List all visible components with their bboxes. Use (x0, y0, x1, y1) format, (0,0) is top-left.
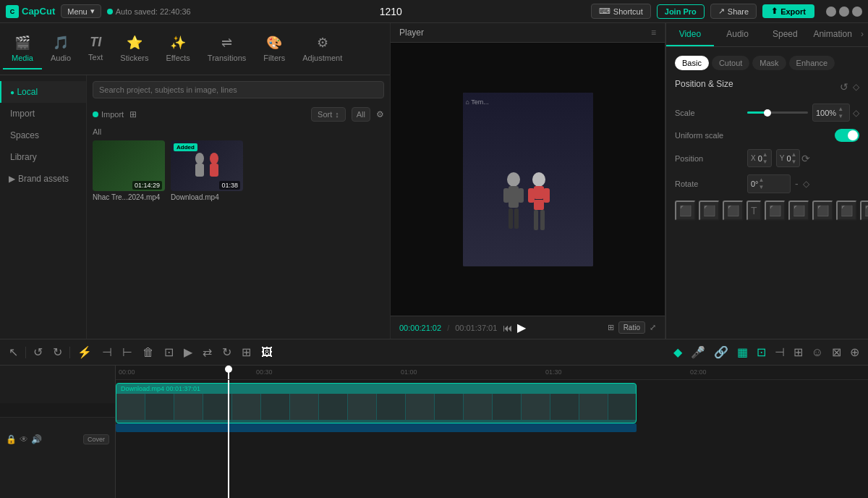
sidebar-item-local[interactable]: ● Local (0, 81, 86, 103)
tab-video[interactable]: Video (666, 23, 714, 46)
rotate-diamond-icon[interactable]: ◇ (803, 179, 809, 189)
step-back-icon[interactable]: ⏮ (503, 322, 513, 334)
tab-text[interactable]: TI Text (80, 29, 111, 69)
position-x-input[interactable]: X 0 ▲ ▼ (747, 149, 772, 167)
sidebar-item-brand-assets[interactable]: ▶ Brand assets (0, 168, 86, 190)
ratio-button[interactable]: Ratio (618, 321, 645, 334)
align-extra3-button[interactable]: ⬛ (860, 201, 868, 221)
sub-tab-mask[interactable]: Mask (752, 56, 786, 70)
maximize-button[interactable] (839, 7, 849, 17)
filter-options-icon[interactable]: ⚙ (376, 109, 384, 119)
cursor-tool-icon[interactable]: ↖ (6, 344, 21, 360)
play-icon[interactable]: ▶ (517, 321, 526, 334)
sub-tab-enhance[interactable]: Enhance (789, 56, 835, 70)
grid-view-button[interactable]: ⊞ (129, 109, 137, 119)
undo-icon[interactable]: ↺ (30, 344, 46, 360)
position-y-input[interactable]: Y 0 ▲ ▼ (776, 149, 801, 167)
sub-tab-cutout[interactable]: Cutout (712, 56, 749, 70)
import-button[interactable]: Import (93, 110, 124, 119)
mic-icon[interactable]: 🎤 (688, 344, 708, 360)
align-right-button[interactable]: ⬛ (723, 201, 744, 221)
sort-button[interactable]: Sort ↕ (311, 107, 346, 122)
crop2-icon[interactable]: ⊞ (239, 344, 254, 360)
tab-audio[interactable]: Audio (714, 23, 762, 46)
list-item[interactable]: 01:14:29 Nhac Tre...2024.mp4 (93, 140, 165, 201)
lock-icon[interactable]: 🔒 (6, 434, 17, 444)
split-icon[interactable]: ⚡ (75, 344, 95, 360)
shortcut-button[interactable]: ⌨ Shortcut (591, 4, 651, 19)
minimize-button[interactable] (826, 7, 836, 17)
sidebar-item-library[interactable]: Library (0, 146, 86, 168)
layout-icon[interactable]: ⊞ (791, 344, 806, 360)
scale-slider-thumb[interactable] (764, 109, 771, 117)
tab-media[interactable]: 🎬 Media (3, 29, 42, 69)
player-menu-icon[interactable]: ≡ (651, 28, 656, 38)
align-left-button[interactable]: ⬛ (675, 201, 696, 221)
tab-transitions[interactable]: ⇌ Transitions (199, 29, 255, 69)
search-input[interactable] (93, 81, 384, 98)
tab-adjustment[interactable]: ⚙ Adjustment (294, 29, 351, 69)
video-track-clip[interactable]: Download.mp4 00:01:37:01 (116, 383, 637, 423)
uniform-scale-toggle[interactable] (835, 129, 859, 142)
tab-filters[interactable]: 🎨 Filters (255, 29, 294, 69)
more-tabs-icon[interactable]: › (856, 23, 868, 46)
crop-icon[interactable]: ⊡ (161, 344, 176, 360)
export-button[interactable]: ⬆ Export (762, 4, 814, 18)
join-pro-button[interactable]: Join Pro (657, 4, 705, 19)
scale-slider[interactable] (747, 111, 808, 114)
play-timeline-icon[interactable]: ▶ (181, 344, 195, 360)
split2-icon[interactable]: ⊠ (829, 344, 844, 360)
sidebar-item-spaces[interactable]: Spaces (0, 124, 86, 146)
cover-button[interactable]: Cover (83, 434, 109, 444)
scale-diamond-icon[interactable]: ◇ (853, 108, 859, 118)
x-down-icon[interactable]: ▼ (762, 159, 768, 166)
rotate-down-icon[interactable]: ▼ (759, 184, 765, 191)
y-down-icon[interactable]: ▼ (791, 159, 797, 166)
tab-effects[interactable]: ✨ Effects (157, 29, 198, 69)
rotate-input[interactable]: 0° ▲ ▼ (747, 174, 791, 193)
trim-right-icon[interactable]: ⊢ (119, 344, 135, 360)
align-center-v-button[interactable]: ⬛ (765, 201, 786, 221)
scale-down-icon[interactable]: ▼ (838, 113, 843, 120)
toggle-switch[interactable] (835, 129, 859, 142)
tab-speed[interactable]: Speed (762, 23, 809, 46)
track-icon[interactable]: ▦ (734, 344, 751, 360)
mirror-icon[interactable]: ⇄ (200, 344, 215, 360)
align-bottom-button[interactable]: ⬛ (788, 201, 809, 221)
align-extra2-button[interactable]: ⬛ (836, 201, 857, 221)
link-icon[interactable]: 🔗 (711, 344, 731, 360)
zoom-in-icon[interactable]: ⊕ (847, 344, 862, 360)
position-link-icon[interactable]: ⟳ (800, 151, 812, 166)
close-button[interactable] (852, 7, 862, 17)
redo-icon[interactable]: ↻ (50, 344, 65, 360)
filter-all-button[interactable]: All (352, 107, 370, 122)
menu-button[interactable]: Menu ▾ (61, 4, 101, 18)
tab-audio[interactable]: 🎵 Audio (42, 29, 80, 69)
volume-icon[interactable]: 🔊 (31, 434, 42, 444)
delete-icon[interactable]: 🗑 (140, 345, 157, 360)
list-item[interactable]: Added 01:38 Download.mp4 (171, 140, 243, 201)
sidebar-item-import[interactable]: Import (0, 103, 86, 124)
diamond-transform-icon[interactable]: ◇ (853, 82, 859, 92)
share-button[interactable]: ↗ Share (710, 4, 757, 19)
trim-icon[interactable]: ⊣ (99, 344, 115, 360)
fullscreen-icon[interactable]: ⤢ (650, 323, 656, 332)
rotate-reset-icon[interactable]: - (793, 177, 800, 191)
align-text-button[interactable]: T (746, 201, 762, 221)
connect-icon[interactable]: ⊣ (772, 344, 788, 360)
tab-stickers[interactable]: ⭐ Stickers (111, 29, 157, 69)
keyframe-icon[interactable]: ◆ (671, 344, 685, 360)
scale-value-input[interactable]: 100% ▲ ▼ (812, 104, 850, 122)
timeline-tracks[interactable]: 00:00 00:30 01:00 01:30 02:00 (116, 366, 868, 498)
crop-icon[interactable]: ⊞ (608, 323, 614, 332)
scale-up-icon[interactable]: ▲ (838, 106, 843, 113)
reset-transform-icon[interactable]: ↺ (838, 80, 850, 94)
rotate-icon[interactable]: ↻ (219, 344, 234, 360)
align-center-h-button[interactable]: ⬛ (699, 201, 720, 221)
x-up-icon[interactable]: ▲ (762, 151, 768, 159)
align-extra1-button[interactable]: ⬛ (812, 201, 833, 221)
tab-animation[interactable]: Animation (809, 23, 856, 46)
rotate-up-icon[interactable]: ▲ (759, 177, 765, 184)
snap-icon[interactable]: ⊡ (754, 344, 769, 360)
thumbnail-icon[interactable]: 🖼 (258, 345, 276, 360)
